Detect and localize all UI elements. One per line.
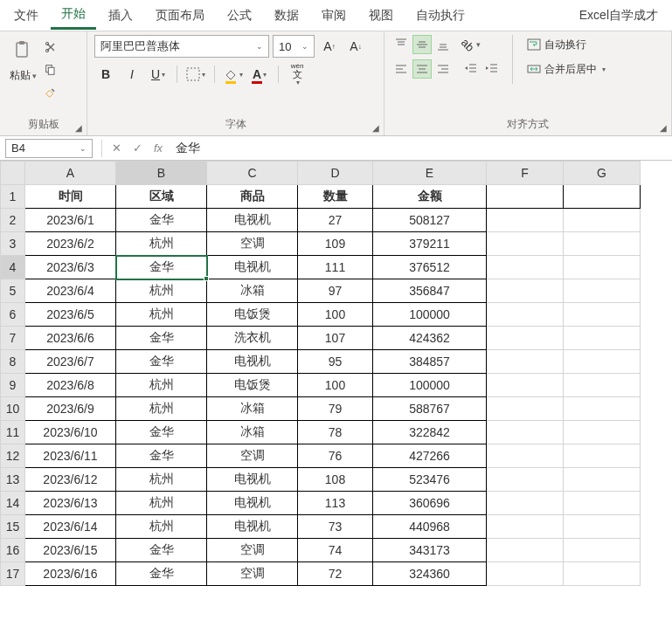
cell-B2[interactable]: 金华 [116, 209, 207, 232]
col-header-B[interactable]: B [116, 162, 207, 185]
fx-button[interactable]: fx [148, 138, 169, 159]
cell-C7[interactable]: 洗衣机 [207, 327, 298, 350]
cell-F9[interactable] [487, 374, 564, 397]
cell-B16[interactable]: 金华 [116, 539, 207, 562]
cell-D8[interactable]: 95 [298, 350, 373, 374]
cell-B9[interactable]: 杭州 [116, 374, 207, 397]
cell-G17[interactable] [564, 562, 641, 586]
cell-D17[interactable]: 72 [298, 562, 373, 586]
col-header-F[interactable]: F [487, 162, 564, 185]
cell-D5[interactable]: 97 [298, 279, 373, 303]
cell-F1[interactable] [487, 185, 564, 209]
cell-D12[interactable]: 76 [298, 444, 373, 468]
cancel-formula-button[interactable]: ✕ [106, 138, 127, 159]
orientation-button[interactable]: ab▾ [461, 35, 481, 54]
menu-tab-4[interactable]: 公式 [217, 3, 262, 29]
align-left-button[interactable] [391, 59, 411, 79]
col-header-E[interactable]: E [373, 162, 487, 185]
cell-B7[interactable]: 金华 [116, 327, 207, 350]
cell-D7[interactable]: 107 [298, 327, 373, 350]
align-middle-button[interactable] [412, 35, 432, 54]
cell-B14[interactable]: 杭州 [116, 492, 207, 515]
row-header-15[interactable]: 15 [1, 515, 25, 539]
paste-button[interactable] [7, 35, 38, 66]
cell-F6[interactable] [487, 303, 564, 327]
row-header-4[interactable]: 4 [1, 256, 25, 279]
font-size-select[interactable]: 10⌄ [273, 35, 315, 58]
cell-D10[interactable]: 79 [298, 397, 373, 421]
row-header-2[interactable]: 2 [1, 209, 25, 232]
cell-C13[interactable]: 电视机 [207, 468, 298, 492]
cell-G10[interactable] [564, 397, 641, 421]
cell-C6[interactable]: 电饭煲 [207, 303, 298, 327]
align-right-button[interactable] [433, 59, 453, 79]
cell-C16[interactable]: 空调 [207, 539, 298, 562]
cell-E17[interactable]: 324360 [373, 562, 487, 586]
cell-A7[interactable]: 2023/6/6 [25, 327, 116, 350]
cell-E12[interactable]: 427266 [373, 444, 487, 468]
cell-G16[interactable] [564, 539, 641, 562]
decrease-font-button[interactable]: A↓ [344, 35, 367, 58]
cell-G14[interactable] [564, 492, 641, 515]
cell-C12[interactable]: 空调 [207, 444, 298, 468]
row-header-17[interactable]: 17 [1, 562, 25, 586]
cell-F15[interactable] [487, 515, 564, 539]
copy-button[interactable] [42, 61, 59, 79]
cell-B10[interactable]: 杭州 [116, 397, 207, 421]
cell-C5[interactable]: 冰箱 [207, 279, 298, 303]
cell-A11[interactable]: 2023/6/10 [25, 421, 116, 444]
name-box[interactable]: B4⌄ [5, 139, 93, 158]
cell-G7[interactable] [564, 327, 641, 350]
cell-B11[interactable]: 金华 [116, 421, 207, 444]
cell-B12[interactable]: 金华 [116, 444, 207, 468]
cell-B13[interactable]: 杭州 [116, 468, 207, 492]
row-header-1[interactable]: 1 [1, 185, 25, 209]
cell-F13[interactable] [487, 468, 564, 492]
cell-E13[interactable]: 523476 [373, 468, 487, 492]
cell-E10[interactable]: 588767 [373, 397, 487, 421]
font-dialog-launcher[interactable]: ◢ [370, 121, 382, 134]
cell-E16[interactable]: 343173 [373, 539, 487, 562]
cell-G3[interactable] [564, 232, 641, 256]
format-painter-button[interactable] [42, 84, 59, 101]
cell-E9[interactable]: 100000 [373, 374, 487, 397]
cell-G1[interactable] [564, 185, 641, 209]
decrease-indent-button[interactable] [461, 59, 481, 79]
row-header-6[interactable]: 6 [1, 303, 25, 327]
cell-F7[interactable] [487, 327, 564, 350]
menu-tab-2[interactable]: 插入 [98, 3, 143, 29]
cell-C4[interactable]: 电视机 [207, 256, 298, 279]
cell-G9[interactable] [564, 374, 641, 397]
cell-C17[interactable]: 空调 [207, 562, 298, 586]
cell-G8[interactable] [564, 350, 641, 374]
cell-A8[interactable]: 2023/6/7 [25, 350, 116, 374]
cell-A5[interactable]: 2023/6/4 [25, 279, 116, 303]
menu-tab-8[interactable]: 自动执行 [405, 3, 475, 29]
align-top-button[interactable] [391, 35, 411, 54]
menu-tab-7[interactable]: 视图 [358, 3, 404, 29]
cell-D15[interactable]: 73 [298, 515, 373, 539]
row-header-9[interactable]: 9 [1, 374, 25, 397]
cell-E1[interactable]: 金额 [373, 185, 487, 209]
cell-F8[interactable] [487, 350, 564, 374]
cell-D11[interactable]: 78 [298, 421, 373, 444]
cell-C8[interactable]: 电视机 [207, 350, 298, 374]
col-header-D[interactable]: D [298, 162, 373, 185]
cell-D16[interactable]: 74 [298, 539, 373, 562]
cell-B17[interactable]: 金华 [116, 562, 207, 586]
cell-A15[interactable]: 2023/6/14 [25, 515, 116, 539]
cell-C1[interactable]: 商品 [207, 185, 298, 209]
cell-E7[interactable]: 424362 [373, 327, 487, 350]
cell-F4[interactable] [487, 256, 564, 279]
row-header-3[interactable]: 3 [1, 232, 25, 256]
cell-C10[interactable]: 冰箱 [207, 397, 298, 421]
increase-indent-button[interactable] [482, 59, 502, 79]
menu-tab-0[interactable]: 文件 [3, 3, 49, 29]
borders-button[interactable] [184, 63, 207, 86]
select-all-corner[interactable] [1, 162, 25, 185]
cell-D2[interactable]: 27 [298, 209, 373, 232]
font-name-select[interactable]: 阿里巴巴普惠体⌄ [94, 35, 269, 58]
merge-center-button[interactable]: 合并后居中 [523, 59, 609, 79]
cell-G15[interactable] [564, 515, 641, 539]
underline-button[interactable]: U [147, 63, 170, 86]
